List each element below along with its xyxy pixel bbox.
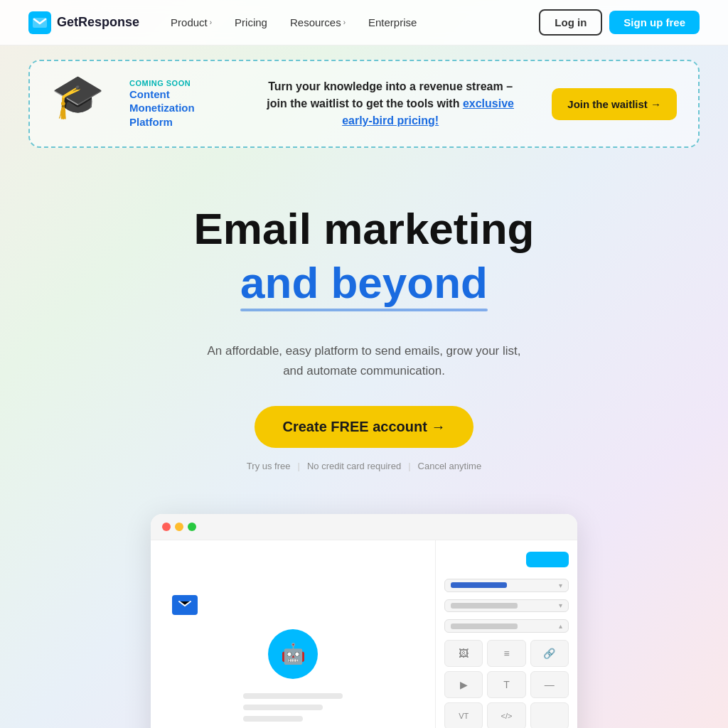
field-text-gray-2 — [451, 623, 518, 629]
mail-icon — [172, 595, 198, 615]
minimize-dot — [175, 523, 183, 531]
graduation-cap-icon: 🎓 — [51, 73, 105, 120]
app-field-1[interactable]: ▾ — [444, 579, 569, 592]
field-text-blue — [451, 582, 507, 588]
app-editor-right: ▾ ▾ ▴ 🖼 ≡ 🔗 ▶ T — VT < — [435, 540, 577, 728]
waitlist-button[interactable]: Join the waitlist → — [552, 88, 677, 120]
grid-btn-social[interactable]: VT — [444, 702, 483, 728]
app-titlebar — [151, 514, 577, 540]
signup-button[interactable]: Sign up free — [609, 11, 700, 34]
ai-chip-icon: 🤖 — [281, 642, 306, 665]
nav-resources[interactable]: Resources › — [282, 11, 354, 34]
navbar: GetResponse Product › Pricing Resources … — [0, 0, 728, 46]
chevron-icon: › — [343, 18, 346, 26]
chevron-up-icon: ▴ — [559, 622, 562, 630]
hero-title: Email marketing — [28, 205, 700, 253]
promo-banner: 🎓 COMING SOON ContentMonetizationPlatfor… — [28, 60, 700, 148]
hero-note: Try us free | No credit card required | … — [28, 461, 700, 471]
nav-enterprise[interactable]: Enterprise — [360, 11, 425, 34]
chevron-icon: › — [210, 18, 212, 26]
hero-note-credit: No credit card required — [307, 461, 401, 471]
grid-btn-divider[interactable]: — — [530, 671, 569, 698]
app-content-lines — [243, 693, 343, 727]
separator-2: | — [408, 461, 410, 471]
banner-description: Turn your knowledge into a revenue strea… — [243, 78, 537, 129]
app-body: 🤖 ▾ ▾ — [151, 540, 577, 728]
hero-note-try: Try us free — [247, 461, 291, 471]
ai-badge: 🤖 — [268, 629, 318, 679]
nav-actions: Log in Sign up free — [539, 9, 700, 36]
chevron-down-icon: ▾ — [559, 601, 562, 609]
logo-text: GetResponse — [57, 15, 139, 30]
hero-section: Email marketing and beyond An affordable… — [0, 162, 728, 493]
grid-btn-image[interactable]: 🖼 — [444, 640, 483, 667]
app-field-2[interactable]: ▾ — [444, 599, 569, 613]
content-line-2 — [243, 705, 323, 710]
grid-btn-video[interactable]: ▶ — [444, 671, 483, 698]
app-action-btn — [526, 552, 569, 567]
login-button[interactable]: Log in — [539, 9, 602, 36]
content-line-1 — [243, 693, 343, 699]
app-field-3[interactable]: ▴ — [444, 619, 569, 633]
chevron-down-icon: ▾ — [559, 582, 562, 589]
banner-icon-area: 🎓 — [51, 75, 115, 132]
banner-label-area: COMING SOON ContentMonetizationPlatform — [129, 79, 229, 129]
close-dot — [162, 523, 171, 531]
app-toolbar-grid: 🖼 ≡ 🔗 ▶ T — VT </> — [444, 640, 569, 728]
hero-subtitle: and beyond — [240, 259, 488, 307]
platform-title: ContentMonetizationPlatform — [129, 87, 229, 129]
expand-dot — [188, 523, 196, 531]
nav-pricing[interactable]: Pricing — [226, 11, 276, 34]
hero-description: An affordable, easy platform to send ema… — [193, 341, 535, 380]
nav-links: Product › Pricing Resources › Enterprise — [162, 11, 539, 34]
grid-btn-code[interactable]: </> — [487, 702, 525, 728]
grid-btn-text[interactable]: ≡ — [487, 640, 525, 667]
create-account-button[interactable]: Create FREE account → — [255, 406, 474, 448]
app-editor-left: 🤖 — [151, 540, 435, 728]
grid-btn-more[interactable] — [530, 702, 569, 728]
app-right-header — [444, 552, 569, 567]
logo-icon — [28, 11, 51, 34]
nav-product[interactable]: Product › — [162, 11, 220, 34]
hero-note-cancel: Cancel anytime — [418, 461, 482, 471]
content-line-3 — [243, 716, 303, 722]
coming-soon-label: COMING SOON — [129, 79, 229, 87]
app-screenshot: 🤖 ▾ ▾ — [151, 514, 577, 728]
grid-btn-link[interactable]: 🔗 — [530, 640, 569, 667]
separator-1: | — [298, 461, 300, 471]
field-text-gray — [451, 603, 518, 609]
grid-btn-heading[interactable]: T — [487, 671, 525, 698]
logo[interactable]: GetResponse — [28, 11, 139, 34]
